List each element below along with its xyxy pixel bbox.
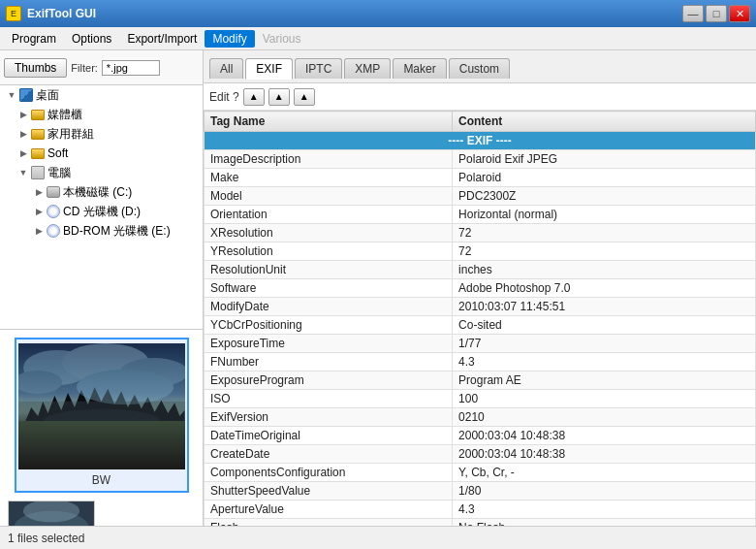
table-row[interactable]: ShutterSpeedValue1/80 — [205, 482, 756, 501]
table-row[interactable]: YResolution72 — [205, 242, 756, 261]
thumbnail-small-wrapper — [8, 501, 95, 526]
tree-label-homegroup: 家用群組 — [47, 126, 94, 143]
tree-item-drive-e[interactable]: ▶ BD-ROM 光碟機 (E:) — [0, 221, 203, 241]
edit-label: Edit ? — [209, 90, 239, 104]
tag-name-cell: ExposureTime — [205, 335, 453, 353]
tab-xmp[interactable]: XMP — [344, 58, 391, 79]
title-bar: E ExifTool GUI — □ ✕ — [0, 0, 756, 27]
exif-table: Tag Name Content ---- EXIF ----ImageDesc… — [204, 111, 756, 526]
expander-computer[interactable]: ▼ — [16, 165, 31, 180]
thumbs-button[interactable]: Thumbs — [4, 58, 67, 78]
tag-content-cell: 2000:03:04 10:48:38 — [453, 427, 756, 445]
table-row[interactable]: XResolution72 — [205, 224, 756, 242]
expander-drive-d[interactable]: ▶ — [31, 204, 47, 219]
expander-media[interactable]: ▶ — [16, 107, 31, 122]
tab-maker[interactable]: Maker — [393, 58, 446, 79]
expander-homegroup[interactable]: ▶ — [16, 126, 31, 142]
menu-modify[interactable]: Modify — [205, 30, 254, 48]
expander-soft[interactable]: ▶ — [16, 145, 31, 161]
arrow-up-1[interactable]: ▲ — [243, 88, 265, 106]
table-row[interactable]: FNumber4.3 — [205, 353, 756, 371]
table-row[interactable]: MakePolaroid — [205, 169, 756, 187]
tag-name-cell: ExifVersion — [205, 408, 453, 427]
folder-icon-soft — [31, 148, 45, 159]
expander-desktop[interactable]: ▼ — [4, 87, 19, 103]
table-row[interactable]: ApertureValue4.3 — [205, 501, 756, 519]
file-tree[interactable]: ▼ 桌面 ▶ 媒體櫃 ▶ 家用群組 ▶ Soft — [0, 85, 203, 330]
table-row[interactable]: ModelPDC2300Z — [205, 187, 756, 206]
tab-all[interactable]: All — [209, 58, 243, 79]
tag-name-cell: Orientation — [205, 206, 453, 224]
menu-export-import[interactable]: Export/Import — [119, 30, 205, 48]
filter-input[interactable] — [102, 60, 160, 76]
tag-name-cell: ImageDescription — [205, 150, 453, 169]
maximize-button[interactable]: □ — [706, 5, 727, 22]
tree-item-computer[interactable]: ▼ 電腦 — [0, 163, 203, 182]
tag-content-cell: 72 — [453, 224, 756, 242]
status-bar: 1 files selected — [0, 526, 756, 549]
folder-icon-media — [31, 110, 45, 120]
tag-name-cell: XResolution — [205, 224, 453, 242]
table-row[interactable]: DateTimeOriginal2000:03:04 10:48:38 — [205, 427, 756, 445]
thumbnail-selected[interactable]: BW — [15, 338, 189, 493]
tag-content-cell: Horizontal (normal) — [453, 206, 756, 224]
tag-content-cell: inches — [453, 261, 756, 279]
expander-drive-c[interactable]: ▶ — [31, 184, 47, 200]
tag-content-cell: Adobe Photoshop 7.0 — [453, 279, 756, 298]
tag-name-cell: ISO — [205, 390, 453, 408]
tag-content-cell: 2000:03:04 10:48:38 — [453, 445, 756, 464]
tag-name-cell: FNumber — [205, 353, 453, 371]
table-row[interactable]: YCbCrPositioningCo-sited — [205, 316, 756, 335]
table-row[interactable]: SoftwareAdobe Photoshop 7.0 — [205, 279, 756, 298]
tree-label-computer: 電腦 — [47, 165, 71, 181]
filter-label: Filter: — [71, 62, 98, 74]
table-row[interactable]: CreateDate2000:03:04 10:48:38 — [205, 445, 756, 464]
tree-label-drive-c: 本機磁碟 (C:) — [63, 184, 132, 201]
pc-icon — [31, 166, 45, 179]
table-row[interactable]: ExifVersion0210 — [205, 408, 756, 427]
tree-label-drive-d: CD 光碟機 (D:) — [63, 204, 141, 220]
tree-item-homegroup[interactable]: ▶ 家用群組 — [0, 124, 203, 144]
expander-drive-e[interactable]: ▶ — [31, 223, 47, 239]
menu-program[interactable]: Program — [4, 30, 64, 48]
table-row[interactable]: ImageDescriptionPolaroid Exif JPEG — [205, 150, 756, 169]
table-row[interactable]: OrientationHorizontal (normal) — [205, 206, 756, 224]
tree-label-desktop: 桌面 — [36, 87, 59, 104]
desktop-icon — [19, 88, 33, 102]
main-container: Thumbs Filter: ▼ 桌面 ▶ 媒體櫃 ▶ — [0, 50, 756, 526]
folder-icon-homegroup — [31, 129, 45, 140]
tag-content-cell: 1/77 — [453, 335, 756, 353]
table-row[interactable]: ResolutionUnitinches — [205, 261, 756, 279]
minimize-button[interactable]: — — [682, 5, 704, 22]
left-panel: Thumbs Filter: ▼ 桌面 ▶ 媒體櫃 ▶ — [0, 50, 204, 526]
tag-content-cell: 100 — [453, 390, 756, 408]
table-row[interactable]: FlashNo Flash — [205, 519, 756, 527]
tab-exif[interactable]: EXIF — [245, 58, 293, 80]
table-row[interactable]: ExposureTime1/77 — [205, 335, 756, 353]
close-button[interactable]: ✕ — [729, 5, 750, 22]
tree-item-desktop[interactable]: ▼ 桌面 — [0, 85, 203, 105]
col-header-content: Content — [453, 112, 756, 132]
arrow-up-2[interactable]: ▲ — [268, 88, 290, 106]
cdrom-icon-d — [47, 205, 60, 218]
table-row[interactable]: ExposureProgramProgram AE — [205, 371, 756, 390]
tab-iptc[interactable]: IPTC — [295, 58, 342, 79]
table-row[interactable]: ModifyDate2010:03:07 11:45:51 — [205, 298, 756, 316]
menu-various: Various — [255, 30, 309, 48]
tag-content-cell: 4.3 — [453, 501, 756, 519]
tab-custom[interactable]: Custom — [449, 58, 510, 79]
tree-item-drive-c[interactable]: ▶ 本機磁碟 (C:) — [0, 182, 203, 202]
thumbnail-small[interactable] — [8, 501, 95, 526]
exif-table-container[interactable]: Tag Name Content ---- EXIF ----ImageDesc… — [204, 111, 756, 526]
tag-name-cell: Flash — [205, 519, 453, 527]
arrow-up-3[interactable]: ▲ — [294, 88, 315, 106]
table-row[interactable]: ISO100 — [205, 390, 756, 408]
tree-item-soft[interactable]: ▶ Soft — [0, 144, 203, 163]
table-row[interactable]: ComponentsConfigurationY, Cb, Cr, - — [205, 464, 756, 482]
menu-options[interactable]: Options — [64, 30, 119, 48]
table-row[interactable]: ---- EXIF ---- — [205, 132, 756, 150]
tag-content-cell: 4.3 — [453, 353, 756, 371]
tag-content-cell: Program AE — [453, 371, 756, 390]
tree-item-drive-d[interactable]: ▶ CD 光碟機 (D:) — [0, 202, 203, 221]
tree-item-media[interactable]: ▶ 媒體櫃 — [0, 105, 203, 124]
